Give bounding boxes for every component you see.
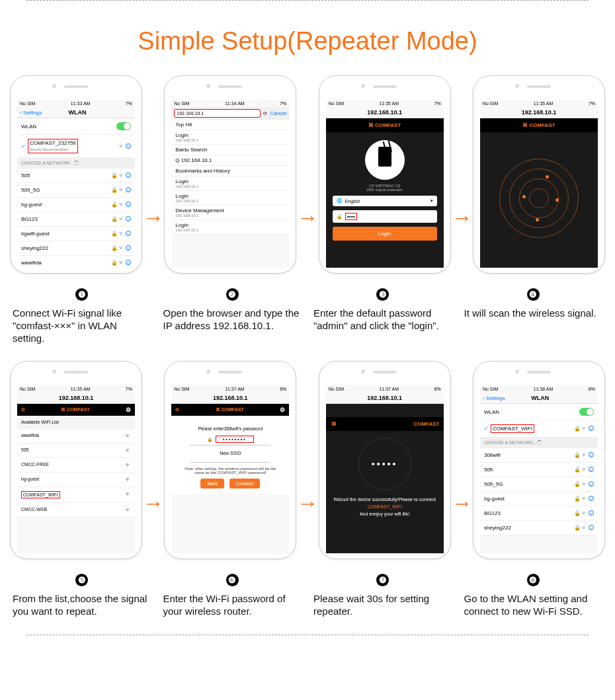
globe-icon: 🌐 bbox=[337, 198, 343, 204]
reboot-message: Reboot the device successfully!Please re… bbox=[330, 497, 440, 502]
network-item[interactable]: 505_5G🔒 ᯤ i bbox=[17, 183, 135, 198]
nav-back[interactable]: ‹ Settings bbox=[483, 395, 505, 401]
reboot-message-2: And ennjoy your wifi life! bbox=[330, 512, 440, 516]
steps-grid: No SIM11:33 AM7% ‹ SettingsWLAN WLAN ✓CO… bbox=[0, 75, 615, 635]
step-3: No SIM11:35 AM7% 192.168.10.1 ⌘ COMFAST … bbox=[319, 75, 451, 274]
network-item[interactable]: 505🔒 ᯤ i bbox=[480, 463, 598, 477]
suggestion-header: Bookmarks and History bbox=[171, 166, 289, 176]
nav-title: 192.168.10.1 bbox=[329, 109, 441, 116]
network-item[interactable]: wawifida🔒 ᯤ i bbox=[17, 256, 135, 268]
status-carrier: No SIM bbox=[20, 101, 35, 106]
nav-title: WLAN bbox=[42, 109, 112, 116]
lock-icon: 🔒 bbox=[337, 214, 343, 219]
suggestion-header: Baidu Search bbox=[171, 145, 289, 155]
device-subtitle: WiFi signal extender bbox=[326, 188, 444, 192]
list-header: Available WiFi List bbox=[17, 416, 135, 429]
network-item[interactable]: 308wifi🔒 ᯤ i bbox=[480, 448, 598, 463]
step-1: No SIM11:33 AM7% ‹ SettingsWLAN WLAN ✓CO… bbox=[10, 75, 142, 274]
progress-circle: ••••• bbox=[358, 438, 411, 490]
gear-icon[interactable]: ⚙ bbox=[126, 407, 131, 413]
status-time: 11:33 AM bbox=[71, 101, 91, 106]
wifi-item[interactable]: bg-guestᯤ bbox=[17, 473, 135, 487]
gear-icon[interactable]: ⚙ bbox=[280, 407, 285, 413]
choose-network-header: CHOOSE A NETWORK... bbox=[480, 438, 598, 448]
wifi-item[interactable]: CMCC-WEBᯤ bbox=[17, 503, 135, 518]
network-item[interactable]: bg-guest🔒 ᯤ i bbox=[17, 198, 135, 212]
page-title: Simple Setup(Repeater Mode) bbox=[0, 27, 615, 56]
step-8: No SIM11:38 AM8% ‹ SettingsWLAN WLAN ✓CO… bbox=[473, 361, 605, 559]
arrow-icon: → bbox=[297, 491, 318, 516]
caption-6: ❻Enter the Wi-Fi password of your wirele… bbox=[161, 564, 305, 618]
status-battery: 7% bbox=[126, 101, 132, 106]
network-item[interactable]: 505🔒 ᯤ i bbox=[17, 169, 135, 183]
caption-1: ❶Connect Wi-Fi signal like "comfast-×××"… bbox=[10, 279, 154, 344]
caption-7: ❼Please wait 30s for setting repeater. bbox=[311, 564, 455, 618]
wifi-item[interactable]: CMCC-FREEᯤ bbox=[17, 458, 135, 473]
lock-icon: 🔒 bbox=[207, 437, 213, 442]
step-6: No SIM11:37 AM8% 192.168.10.1 ⊙⌘ COMFAST… bbox=[164, 361, 296, 559]
arrow-icon: → bbox=[143, 206, 164, 230]
suggestion-item[interactable]: Login192.168.10.1 bbox=[171, 191, 289, 206]
toggle-on-icon[interactable] bbox=[579, 408, 594, 416]
ssid-field[interactable] bbox=[190, 458, 270, 463]
info-icon[interactable]: i bbox=[126, 143, 131, 149]
connect-button[interactable]: Connect bbox=[229, 479, 260, 488]
wlan-toggle-row[interactable]: WLAN bbox=[480, 404, 598, 420]
network-item[interactable]: sheying222🔒 ᯤ i bbox=[480, 521, 598, 535]
suggestion-header: Top Hit bbox=[171, 120, 289, 130]
step-2: No SIM11:34 AM7% 192.168.10.1⟳Cancel Top… bbox=[164, 75, 296, 274]
network-item[interactable]: bgwifi-guest🔒 ᯤ i bbox=[17, 227, 135, 241]
brand-header: ⌘ COMFAST bbox=[326, 118, 444, 132]
network-item[interactable]: sheying222🔒 ᯤ i bbox=[17, 241, 135, 256]
note-text: Note: after setting, the wireless passwo… bbox=[179, 467, 281, 475]
network-item[interactable]: BG123🔒 ᯤ i bbox=[17, 212, 135, 227]
url-input[interactable]: 192.168.10.1 bbox=[174, 109, 261, 118]
phone-screen: No SIM11:33 AM7% ‹ SettingsWLAN WLAN ✓CO… bbox=[17, 100, 135, 268]
choose-network-header: CHOOSE A NETWORK... bbox=[17, 158, 135, 169]
wifi-item-selected[interactable]: COMFAST_WIFIᯤ bbox=[17, 487, 135, 503]
step-5: No SIM11:35 AM7% 192.168.10.1 ⊙⌘ COMFAST… bbox=[10, 361, 142, 559]
suggestion-item[interactable]: Device Management192.168.10.1 bbox=[171, 206, 289, 220]
caption-4: ❹It will scan the wireless signal. bbox=[462, 279, 606, 344]
device-image bbox=[365, 140, 405, 180]
network-item[interactable]: 505_5G🔒 ᯤ i bbox=[480, 477, 598, 492]
reboot-ssid: COMFAST_WIFI bbox=[326, 504, 444, 509]
wifi-item[interactable]: wawifidaᯤ bbox=[17, 429, 135, 444]
suggestion-item[interactable]: Login192.168.10.1 bbox=[171, 176, 289, 191]
brand-header: ⌘ COMFAST bbox=[326, 417, 444, 431]
back-icon[interactable]: ⊙ bbox=[21, 407, 25, 412]
password-field[interactable]: 🔒•••••••• bbox=[190, 434, 270, 446]
suggestion-item[interactable]: Login192.168.10.1 bbox=[171, 130, 289, 145]
wlan-toggle-row[interactable]: WLAN bbox=[17, 118, 135, 135]
back-button[interactable]: Back bbox=[200, 479, 224, 488]
network-item[interactable]: BG123🔒 ᯤ i bbox=[480, 506, 598, 521]
login-button[interactable]: Login bbox=[333, 227, 437, 241]
phone-frame: No SIM11:33 AM7% ‹ SettingsWLAN WLAN ✓CO… bbox=[10, 75, 142, 274]
arrow-icon: → bbox=[451, 206, 472, 230]
wifi-item[interactable]: 505ᯤ bbox=[17, 444, 135, 458]
brand-header: ⌘ COMFAST bbox=[480, 118, 598, 132]
selected-network[interactable]: ✓COMFAST_232759Security Recommendationᯤi bbox=[17, 135, 135, 158]
back-icon[interactable]: ⊙ bbox=[175, 407, 179, 412]
nav-back[interactable]: ‹ Settings bbox=[20, 110, 42, 116]
new-ssid-label: New SSID bbox=[177, 451, 284, 455]
selected-network[interactable]: ✓COMFAST_WIFI🔒 ᯤ i bbox=[480, 420, 598, 438]
refresh-icon[interactable]: ⟳ bbox=[263, 111, 267, 116]
wifi-icon: ᯤ bbox=[119, 143, 124, 149]
radar-scan bbox=[499, 159, 579, 238]
password-prompt: Please enter308wifi's password bbox=[177, 426, 284, 431]
language-select[interactable]: 🌐English▾ bbox=[333, 196, 437, 206]
toggle-on-icon[interactable] bbox=[116, 122, 131, 130]
password-input[interactable]: 🔒••••• bbox=[333, 210, 437, 223]
arrow-icon: → bbox=[143, 491, 164, 516]
arrow-icon: → bbox=[297, 206, 318, 230]
network-item[interactable]: bg-guest🔒 ᯤ i bbox=[480, 492, 598, 506]
address-bar[interactable]: 192.168.10.1⟳Cancel bbox=[171, 107, 289, 120]
caption-2: ❷Open the browser and type the IP addres… bbox=[161, 279, 305, 344]
cancel-button[interactable]: Cancel bbox=[270, 110, 286, 116]
step-7: No SIM11:37 AM8% 192.168.10.1 ⌘ COMFAST … bbox=[319, 361, 451, 559]
suggestion-item[interactable]: Login192.168.10.1 bbox=[171, 220, 289, 235]
suggestion-item[interactable]: Q 192.168.10.1 bbox=[171, 155, 289, 166]
spinner-icon bbox=[74, 161, 79, 165]
caption-8: ❽Go to the WLAN setting and connect to n… bbox=[462, 564, 606, 618]
